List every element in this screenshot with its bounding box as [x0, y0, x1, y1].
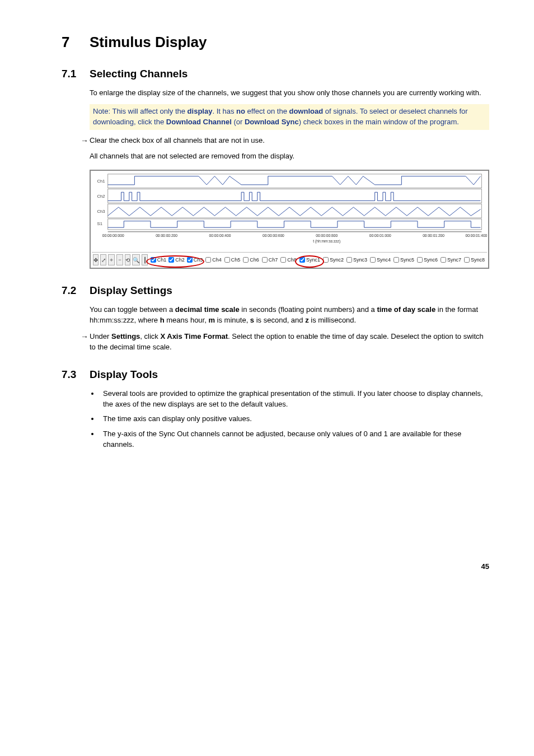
heading-number: 7.2 [62, 284, 90, 297]
list-item: The y-axis of the Sync Out channels cann… [100, 429, 489, 450]
page-number: 45 [62, 562, 489, 571]
checkbox-sync1[interactable]: Sync1 [299, 257, 320, 263]
heading-number: 7 [62, 34, 90, 51]
cursor-button[interactable]: ┃ [142, 254, 147, 265]
paragraph: All channels that are not selected are r… [90, 151, 489, 162]
section-heading-7-1: 7.1Selecting Channels [62, 68, 489, 80]
xtick: 00:00:00:200 [156, 234, 177, 238]
xlabel: t (hh:mm:ss:zzz) [313, 239, 340, 244]
step-line: → Clear the check box of all channels th… [81, 136, 489, 146]
row-label-s1: S1 [97, 222, 102, 227]
xtick: 00:00:00:800 [316, 234, 338, 238]
xtick: 00:00:01:400 [465, 234, 487, 238]
xtick: 00:00:00:400 [209, 234, 231, 238]
checkbox-ch5[interactable]: Ch5 [224, 257, 241, 263]
checkbox-ch3[interactable]: Ch3 [187, 257, 203, 263]
checkbox-ch7[interactable]: Ch7 [262, 257, 278, 263]
checkbox-ch6[interactable]: Ch6 [243, 257, 259, 263]
xtick: 00:00:00:000 [102, 234, 124, 238]
checkbox-sync6[interactable]: Sync6 [417, 257, 438, 263]
checkbox-sync7[interactable]: Sync7 [441, 257, 461, 263]
waveform-chart: Ch1 Ch2 Ch3 S1 00:00:00:000 00:00:00:200… [92, 172, 487, 252]
section-heading-7-2: 7.2Display Settings [62, 284, 489, 297]
heading-title: Stimulus Display [90, 34, 207, 50]
section-heading-7-3: 7.3Display Tools [62, 368, 489, 381]
svg-rect-3 [108, 219, 482, 230]
checkbox-ch8[interactable]: Ch8 [280, 257, 297, 263]
heading-title: Display Tools [90, 368, 158, 380]
xtick: 00:00:01:000 [369, 234, 391, 238]
checkbox-ch1[interactable]: Ch1 [151, 257, 167, 263]
note-box: Note: This will affect only the display.… [90, 104, 489, 130]
checkbox-ch2[interactable]: Ch2 [168, 257, 185, 263]
chart-toolbar: ✥ ⤢ ＋ － ⟲ 🔍 ┃ Ch1 Ch2 Ch3 Ch4 Ch5 Ch6 Ch… [92, 252, 487, 267]
checkbox-ch4[interactable]: Ch4 [205, 257, 222, 263]
checkbox-sync5[interactable]: Sync5 [394, 257, 414, 263]
reset-zoom-button[interactable]: ⟲ [125, 254, 130, 265]
arrow-icon: → [81, 332, 90, 342]
step-line: → Under Settings, click X Axis Time Form… [81, 332, 489, 353]
zoom-out-button[interactable]: － [116, 254, 123, 265]
heading-number: 7.1 [62, 68, 90, 80]
row-label-ch2: Ch2 [97, 194, 105, 199]
list-item: Several tools are provided to optimize t… [100, 389, 489, 410]
checkbox-sync3[interactable]: Sync3 [346, 257, 367, 263]
arrow-icon: → [81, 136, 90, 146]
zoom-in-button[interactable]: ＋ [108, 254, 115, 265]
xtick: 00:00:01:200 [423, 234, 444, 238]
svg-rect-2 [108, 204, 482, 218]
xtick: 00:00:00:600 [263, 234, 284, 238]
heading-title: Selecting Channels [90, 68, 188, 80]
heading-title: Display Settings [90, 284, 172, 296]
section-heading-7: 7Stimulus Display [62, 34, 489, 51]
move-tool-button[interactable]: ✥ [93, 254, 99, 265]
list-item: The time axis can display only positive … [100, 414, 489, 424]
heading-number: 7.3 [62, 368, 90, 381]
row-label-ch1: Ch1 [97, 179, 105, 184]
paragraph: You can toggle between a decimal time sc… [90, 305, 489, 326]
zoom-region-button[interactable]: 🔍 [132, 254, 140, 265]
bullet-list: Several tools are provided to optimize t… [90, 389, 489, 450]
paragraph: To enlarge the display size of the chann… [90, 88, 489, 99]
checkbox-sync2[interactable]: Sync2 [323, 257, 344, 263]
checkbox-sync8[interactable]: Sync8 [464, 257, 485, 263]
checkbox-sync4[interactable]: Sync4 [370, 257, 391, 263]
chart-screenshot: Ch1 Ch2 Ch3 S1 00:00:00:000 00:00:00:200… [90, 170, 489, 269]
fit-tool-button[interactable]: ⤢ [100, 254, 106, 265]
row-label-ch3: Ch3 [97, 209, 105, 214]
